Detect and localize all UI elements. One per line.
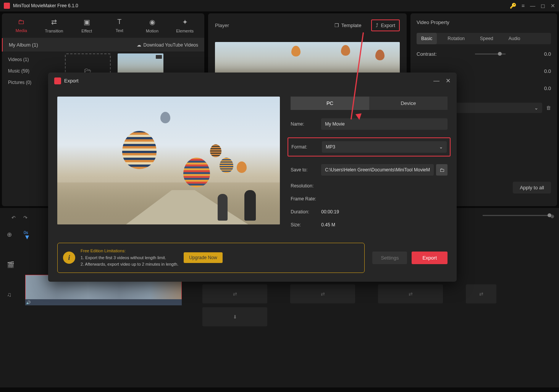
annotation-arrow-head [355, 113, 362, 120]
stack-icon: ❐ [334, 23, 339, 28]
effect-icon: ▣ [70, 18, 103, 26]
settings-button[interactable]: Settings [372, 252, 407, 264]
apply-to-all-button[interactable]: Apply to all [513, 182, 551, 194]
titlebar: MiniTool MovieMaker Free 6.1.0 🔑 ≡ — ◻ ✕ [0, 0, 559, 11]
add-track-icon[interactable]: ⊕ [7, 231, 15, 238]
size-value: 0.45 M [321, 222, 335, 227]
track-slot[interactable]: ⬇ [202, 307, 267, 326]
tab-audio[interactable]: Audio [504, 33, 525, 44]
track-slot[interactable]: ⇄ [202, 284, 267, 303]
player-title: Player [215, 23, 325, 28]
size-label: Size: [291, 222, 321, 227]
export-tab-pc[interactable]: PC [291, 97, 369, 110]
format-row-highlighted: Format: MP3 ⌄ [288, 137, 451, 156]
zoom-plus-icon[interactable]: ⊕ [550, 213, 554, 219]
contrast-value: 0.0 [544, 51, 551, 57]
saveto-input[interactable]: C:\Users\Helen Green\Documents\MiniTool … [321, 164, 434, 176]
app-logo [4, 3, 10, 9]
modal-title: Export [64, 78, 427, 84]
resolution-label: Resolution: [291, 183, 313, 189]
album-header[interactable]: My Album (1) ☁Download YouTube Videos [2, 38, 204, 52]
export-button[interactable]: ⤴Export [371, 19, 400, 31]
browse-button[interactable]: 🗀 [436, 164, 448, 176]
modal-logo [54, 77, 61, 84]
hamburger-icon[interactable]: ≡ [522, 3, 525, 9]
tab-media[interactable]: 🗀Media [5, 18, 38, 33]
format-select[interactable]: MP3 ⌄ [322, 141, 447, 153]
timeline-audio[interactable]: 🔊 [25, 299, 182, 305]
cloud-icon: ☁ [137, 42, 141, 48]
video-property-title: Video Property [417, 19, 551, 25]
modal-close-icon[interactable]: ✕ [446, 77, 451, 84]
contrast-label: Contrast: [417, 51, 437, 57]
undo-icon[interactable]: ↶ [11, 215, 16, 221]
redo-icon[interactable]: ↷ [23, 215, 27, 221]
property-value-3: 0.0 [544, 85, 551, 91]
track-slot[interactable]: ⇄ [378, 284, 443, 303]
playhead[interactable] [25, 236, 29, 239]
export-modal: Export — ✕ PC Device Name: My Movie [48, 73, 457, 282]
export-preview [57, 97, 280, 224]
upload-icon: ⤴ [376, 23, 378, 28]
tab-rotation[interactable]: Rotation [443, 33, 469, 44]
app-title: MiniTool MovieMaker Free 6.1.0 [13, 3, 510, 8]
tab-speed[interactable]: Speed [475, 33, 498, 44]
minimize-icon[interactable]: — [530, 3, 535, 9]
warning-line2: 2. Afterwards, export video up to 2 minu… [81, 261, 178, 268]
warning-line1: 1. Export the first 3 videos without len… [81, 255, 178, 261]
album-title: My Album (1) [9, 42, 38, 48]
swap-icon: ⇄ [409, 291, 413, 297]
chevron-down-icon: ⌄ [534, 105, 538, 111]
maximize-icon[interactable]: ◻ [541, 3, 545, 9]
tab-motion[interactable]: ◉Motion [136, 18, 169, 33]
elements-icon: ✦ [168, 18, 201, 26]
chevron-down-icon: ⌄ [439, 144, 443, 150]
video-track-icon: 🎬 [7, 261, 15, 268]
name-label: Name: [291, 121, 321, 127]
track-slot[interactable]: ⇄ [290, 284, 355, 303]
saveto-label: Save to: [291, 167, 321, 173]
folder-icon: 🗀 [439, 167, 444, 173]
close-icon[interactable]: ✕ [551, 3, 555, 9]
export-tab-device[interactable]: Device [369, 97, 448, 110]
export-action-button[interactable]: Export [412, 252, 448, 264]
trash-icon[interactable]: 🗑 [546, 105, 551, 111]
key-icon[interactable]: 🔑 [510, 3, 516, 9]
tab-basic[interactable]: Basic [417, 33, 437, 44]
swap-icon: ⇄ [321, 291, 325, 297]
tab-elements[interactable]: ✦Elements [168, 18, 201, 33]
tab-transition[interactable]: ⇄Transition [38, 18, 71, 33]
audio-track-icon: ♫ [7, 291, 15, 298]
motion-icon: ◉ [136, 18, 169, 26]
tab-text[interactable]: TText [103, 18, 136, 33]
template-button[interactable]: ❐Template [331, 20, 365, 31]
zoom-slider[interactable] [483, 215, 551, 216]
swap-icon: ⇄ [479, 291, 483, 297]
upgrade-button[interactable]: Upgrade Now [184, 252, 222, 263]
duration-value: 00:00:19 [321, 209, 339, 215]
tab-effect[interactable]: ▣Effect [70, 18, 103, 33]
track-slot[interactable]: ⇄ [466, 284, 496, 303]
duration-label: Duration: [291, 209, 321, 215]
swap-icon: ⇄ [233, 291, 237, 297]
transition-icon: ⇄ [38, 18, 71, 26]
framerate-label: Frame Rate: [291, 196, 316, 202]
download-icon: ⬇ [233, 314, 237, 320]
folder-icon: 🗀 [5, 18, 38, 26]
format-label: Format: [291, 144, 322, 150]
time-indicator: 0s [24, 230, 28, 235]
download-youtube-link[interactable]: ☁Download YouTube Videos [137, 42, 198, 48]
warning-title: Free Edition Limitations: [81, 248, 178, 255]
modal-minimize-icon[interactable]: — [433, 77, 439, 84]
contrast-slider[interactable] [475, 53, 506, 55]
info-icon: i [63, 252, 75, 264]
name-input[interactable]: My Movie [321, 118, 448, 130]
property-value-2: 0.0 [544, 68, 551, 74]
free-edition-warning: i Free Edition Limitations: 1. Export th… [57, 243, 365, 273]
text-icon: T [103, 18, 136, 26]
